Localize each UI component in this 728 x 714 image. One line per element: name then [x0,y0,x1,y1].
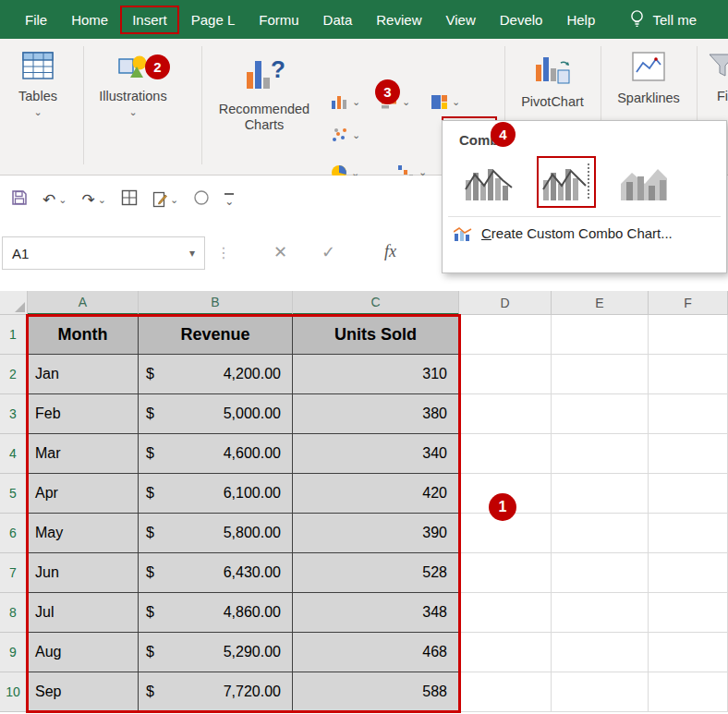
cell-revenue[interactable]: $5,800.00 [139,514,293,553]
column-header-f[interactable]: F [649,291,728,315]
insert-scatter-chart-button[interactable]: ⌄ [331,127,360,143]
cell[interactable] [649,315,728,355]
cell-revenue[interactable]: $4,200.00 [139,355,293,394]
row-header-6[interactable]: 6 [0,514,28,553]
table-header-cell[interactable]: Units Sold [293,315,459,355]
cell-units[interactable]: 310 [293,355,459,394]
row-header-9[interactable]: 9 [0,633,28,672]
cell[interactable] [649,593,728,633]
cell-month[interactable]: Sep [28,672,139,712]
filters-group[interactable]: Fi [704,52,728,104]
cell[interactable] [459,633,552,672]
cell[interactable] [649,474,728,514]
name-box[interactable]: A1 ▾ [2,236,205,270]
column-header-b[interactable]: B [139,291,293,315]
row-header-4[interactable]: 4 [0,434,28,474]
recommended-charts-button[interactable]: ? Recommended Charts [209,54,320,132]
cell[interactable] [459,593,552,633]
more-options-icon[interactable]: ⋮ [216,244,231,261]
cell-month[interactable]: Jul [28,593,139,633]
tab-data[interactable]: Data [311,6,365,34]
row-header-7[interactable]: 7 [0,553,28,593]
cell[interactable] [459,553,552,593]
circle-tool-icon[interactable] [193,189,210,211]
pivotchart-button[interactable]: PivotChart [510,52,595,110]
column-header-d[interactable]: D [459,291,552,315]
tab-page-layout[interactable]: Page L [179,6,248,34]
row-header-8[interactable]: 8 [0,593,28,633]
column-header-e[interactable]: E [552,291,649,315]
tab-help[interactable]: Help [554,6,607,34]
tables-button[interactable]: Tables ⌄ [4,52,72,117]
table-header-cell[interactable]: Revenue [139,315,293,355]
tab-developer[interactable]: Develo [488,6,555,34]
row-header-3[interactable]: 3 [0,394,28,434]
table-header-cell[interactable]: Month [28,315,139,355]
redo-button[interactable]: ↷⌄ [81,190,105,210]
combo-clustered-column-line-option[interactable] [459,156,518,208]
cell-units[interactable]: 390 [293,514,459,553]
cell-month[interactable]: May [28,514,139,553]
cell-month[interactable]: Aug [28,633,139,672]
grid-view-icon[interactable] [121,189,138,211]
column-header-a[interactable]: A [28,291,139,315]
cell-revenue[interactable]: $6,430.00 [139,553,293,593]
cell[interactable] [649,434,728,474]
cell[interactable] [459,355,552,394]
customize-qat-icon[interactable]: ⌄ [224,193,234,207]
cell[interactable] [649,355,728,394]
cell[interactable] [552,355,649,394]
create-custom-combo-chart-item[interactable]: Create Custom Combo Chart... [443,217,726,241]
save-icon[interactable] [11,189,28,211]
cell[interactable] [459,672,552,712]
cell-revenue[interactable]: $6,100.00 [139,474,293,514]
undo-button[interactable]: ↶⌄ [42,190,67,210]
row-header-2[interactable]: 2 [0,355,28,394]
cell[interactable] [552,633,649,672]
cell-units[interactable]: 420 [293,474,459,514]
cell[interactable] [552,593,649,633]
cell-units[interactable]: 588 [293,672,459,712]
cell-units[interactable]: 528 [293,553,459,593]
cell[interactable] [649,672,728,712]
edit-mode-button[interactable]: ⌄ [152,191,178,208]
row-header-10[interactable]: 10 [0,672,28,712]
cell-month[interactable]: Feb [28,394,139,434]
cell-units[interactable]: 348 [293,593,459,633]
cell[interactable] [459,315,552,355]
tab-view[interactable]: View [433,6,487,34]
combo-stacked-area-column-option[interactable] [614,156,673,208]
column-header-c[interactable]: C [293,291,459,315]
cell[interactable] [649,394,728,434]
cell[interactable] [649,553,728,593]
tab-home[interactable]: Home [59,6,120,34]
tab-formulas[interactable]: Formu [247,6,310,34]
cell-month[interactable]: Jun [28,553,139,593]
cell-revenue[interactable]: $5,000.00 [139,394,293,434]
cell[interactable] [459,434,552,474]
cell-month[interactable]: Apr [28,474,139,514]
tab-review[interactable]: Review [364,6,433,34]
cell[interactable] [552,315,649,355]
cell-units[interactable]: 380 [293,394,459,434]
cell-month[interactable]: Mar [28,434,139,474]
enter-icon[interactable]: ✓ [322,242,335,262]
insert-column-chart-button[interactable]: ⌄ [331,94,360,110]
combo-clustered-column-line-secondary-axis-option[interactable] [537,156,596,208]
row-header-5[interactable]: 5 [0,474,28,514]
tell-me[interactable]: Tell me [629,9,728,30]
cell-units[interactable]: 468 [293,633,459,672]
row-header-1[interactable]: 1 [0,315,28,355]
tab-insert[interactable]: Insert [120,6,179,34]
sparklines-group[interactable]: Sparklines [606,52,691,106]
cell-revenue[interactable]: $4,860.00 [139,593,293,633]
cell[interactable] [552,394,649,434]
cell[interactable] [552,553,649,593]
cell[interactable] [552,672,649,712]
cell[interactable] [552,434,649,474]
insert-function-button[interactable]: fx [384,242,396,261]
cell-month[interactable]: Jan [28,355,139,394]
cell-revenue[interactable]: $7,720.00 [139,672,293,712]
tab-file[interactable]: File [13,6,59,34]
cell[interactable] [552,514,649,553]
